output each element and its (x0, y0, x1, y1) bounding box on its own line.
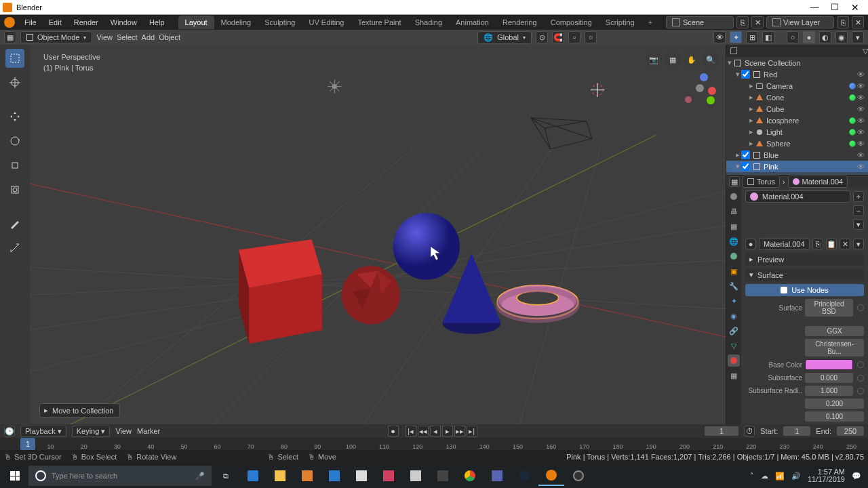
del-viewlayer-button[interactable]: ✕ (852, 16, 864, 28)
collection-blue[interactable]: ▸ Blue 👁 (726, 149, 868, 161)
browse-material-button[interactable]: ● (745, 239, 756, 249)
tool-transform[interactable] (5, 180, 24, 199)
collection-pink[interactable]: ▾ Pink 👁 (726, 161, 868, 172)
view-zoom-icon[interactable]: 🔍 (703, 52, 719, 68)
tab-render[interactable] (728, 190, 740, 203)
node-toggle-button[interactable]: ▾ (853, 239, 864, 249)
gizmo-visibility[interactable]: 👁 (713, 31, 726, 43)
mic-icon[interactable]: 🎤 (195, 472, 205, 481)
socket-icon[interactable] (857, 388, 864, 394)
scene-selector[interactable]: Scene (666, 16, 734, 28)
end-frame[interactable]: 250 (837, 426, 864, 436)
tab-uvediting[interactable]: UV Editing (302, 16, 351, 29)
taskbar-blender[interactable] (538, 466, 564, 486)
jump-end-button[interactable]: ▸| (467, 426, 477, 436)
panel-surface[interactable]: ▾Surface (745, 268, 864, 281)
taskbar-edge[interactable] (240, 466, 266, 486)
object-sphere[interactable]: ▸ Sphere 👁 (726, 138, 868, 149)
enable-checkbox[interactable] (741, 162, 750, 171)
menu-file[interactable]: File (19, 16, 42, 28)
tab-modeling[interactable]: Modeling (214, 16, 258, 29)
tab-animation[interactable]: Animation (449, 16, 496, 29)
jump-start-button[interactable]: |◂ (406, 426, 416, 436)
visibility-icon[interactable]: 👁 (856, 94, 865, 102)
overlays[interactable]: ⊞ (746, 31, 758, 43)
tab-scene[interactable]: 🌐 (728, 235, 740, 247)
start-frame[interactable]: 1 (783, 426, 810, 436)
collection-red[interactable]: ▾ Red 👁 (726, 68, 868, 80)
tab-viewlayer[interactable]: ▦ (728, 220, 740, 232)
visibility-icon[interactable]: 👁 (856, 70, 865, 79)
tab-modifiers[interactable]: 🔧 (728, 280, 740, 292)
shading-render[interactable]: ◉ (835, 31, 848, 43)
unlink-material-button[interactable]: ✕ (840, 239, 850, 249)
taskbar-app3[interactable] (430, 466, 456, 486)
xray-toggle[interactable]: ◧ (762, 31, 774, 43)
object-icosphere[interactable]: ▸ Icosphere 👁 (726, 115, 868, 126)
editor-type-icon[interactable]: 🕒 (4, 426, 15, 436)
chevron-down-icon[interactable]: ▾ (726, 58, 733, 67)
viewlayer-selector[interactable]: View Layer (766, 16, 834, 28)
tray-wifi-icon[interactable]: 📶 (775, 472, 785, 481)
material-pill[interactable]: Material.004 (788, 176, 848, 188)
tool-move[interactable] (5, 107, 24, 126)
taskbar-app4[interactable] (484, 466, 510, 486)
shading-solid[interactable]: ● (803, 31, 815, 43)
visibility-icon[interactable]: 👁 (856, 128, 865, 136)
filter-icon[interactable]: ▽ (863, 47, 868, 56)
maximize-button[interactable]: ☐ (825, 2, 845, 12)
blender-icon[interactable] (4, 17, 15, 28)
next-key-button[interactable]: ▸▸ (454, 426, 465, 436)
tab-rendering[interactable]: Rendering (496, 16, 544, 29)
tab-compositing[interactable]: Compositing (544, 16, 599, 29)
close-button[interactable]: ✕ (845, 2, 865, 13)
taskbar-explorer[interactable] (267, 466, 293, 486)
view-perspective-icon[interactable]: ▦ (665, 52, 681, 68)
socket-icon[interactable] (857, 361, 864, 368)
object-cube[interactable]: ▸ Cube 👁 (726, 103, 868, 115)
tab-scripting[interactable]: Scripting (599, 16, 642, 29)
last-operator-panel[interactable]: ▸ Move to Collection (39, 403, 120, 418)
taskbar-chrome[interactable] (457, 466, 483, 486)
shading-wire[interactable]: ○ (787, 31, 799, 43)
copy-material-button[interactable]: 📋 (826, 239, 837, 249)
nav-gizmo[interactable] (684, 72, 716, 104)
subsurface-field[interactable]: 0.000 (805, 373, 853, 383)
timeline-marker[interactable]: Marker (137, 427, 160, 435)
tool-select-box[interactable] (5, 49, 24, 68)
header-add[interactable]: Add (142, 33, 155, 41)
tab-add[interactable]: + (642, 16, 659, 29)
axis-y-icon[interactable] (707, 96, 715, 104)
shader-dropdown[interactable]: Principled BSD (805, 299, 853, 317)
taskbar-obs[interactable] (566, 466, 591, 486)
taskbar-app2[interactable] (403, 466, 429, 486)
playhead[interactable]: 1 (20, 438, 35, 450)
material-slot[interactable]: Material.004 (745, 190, 850, 203)
3d-viewport[interactable]: User Perspective (1) Pink | Torus 📷 ▦ ✋ … (30, 45, 726, 424)
object-pill[interactable]: Torus (743, 176, 780, 188)
visibility-icon[interactable]: 👁 (856, 163, 865, 171)
shading-lookdev[interactable]: ◐ (819, 31, 831, 43)
tab-physics[interactable]: ◉ (728, 310, 740, 322)
visibility-icon[interactable]: 👁 (856, 82, 865, 90)
slot-remove-button[interactable]: − (853, 205, 864, 216)
mode-selector[interactable]: Object Mode ▾ (20, 31, 92, 43)
basecolor-swatch[interactable] (805, 359, 853, 370)
axis-x-icon[interactable] (708, 87, 716, 95)
editor-type-icon[interactable]: ▦ (729, 176, 740, 187)
axis-neg-icon[interactable] (685, 96, 692, 103)
slot-menu-button[interactable]: ▾ (853, 219, 864, 230)
panel-preview[interactable]: ▸Preview (745, 253, 864, 266)
object-cone[interactable]: ▸ Cone 👁 (726, 92, 868, 103)
start-button[interactable] (3, 466, 27, 486)
new-material-button[interactable]: ⎘ (812, 239, 823, 249)
collection-scene[interactable]: ▾ Scene Collection (726, 57, 868, 68)
tab-layout[interactable]: Layout (178, 16, 214, 29)
snap-mode[interactable]: ▫ (568, 31, 580, 43)
outliner-icon[interactable] (730, 47, 737, 54)
use-nodes-button[interactable]: Use Nodes (745, 284, 864, 296)
chevron-down-icon[interactable]: ▾ (734, 162, 741, 171)
tool-measure[interactable] (5, 239, 24, 258)
chevron-down-icon[interactable]: ▾ (734, 70, 741, 79)
header-select[interactable]: Select (117, 33, 138, 41)
